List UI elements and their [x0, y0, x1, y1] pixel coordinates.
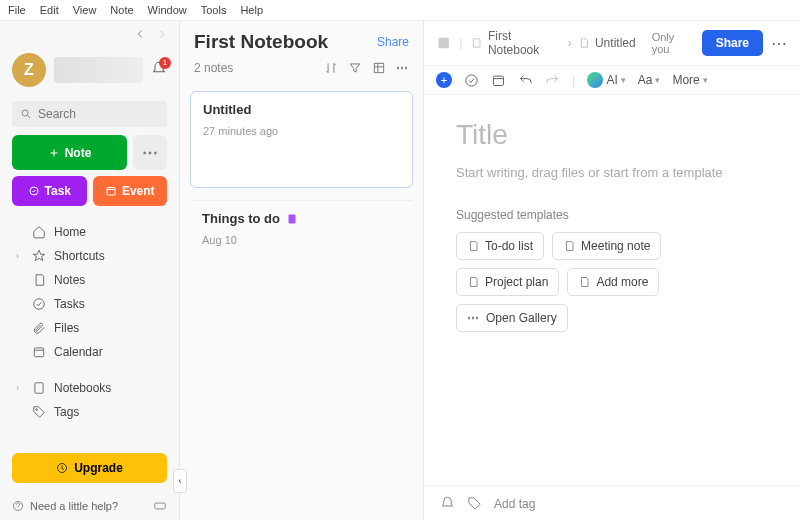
- more-format-button[interactable]: More▾: [672, 73, 707, 87]
- template-chip-meeting[interactable]: Meeting note: [552, 232, 661, 260]
- upgrade-icon: [56, 462, 68, 474]
- template-chip-gallery[interactable]: ⋯Open Gallery: [456, 304, 568, 332]
- sidebar-item-notes[interactable]: Notes: [6, 268, 173, 292]
- notelist-more-button[interactable]: ⋯: [396, 61, 409, 75]
- reminder-icon[interactable]: [440, 496, 455, 511]
- font-label: Aa: [638, 73, 653, 87]
- sort-icon[interactable]: [324, 61, 338, 75]
- svg-rect-13: [473, 39, 480, 47]
- new-more-button[interactable]: ⋯: [133, 135, 167, 170]
- template-chip-project[interactable]: Project plan: [456, 268, 559, 296]
- help-icon: [12, 500, 24, 512]
- new-note-button[interactable]: Note: [12, 135, 127, 170]
- svg-point-6: [36, 409, 38, 411]
- task-icon: [28, 185, 40, 197]
- tag-icon: [32, 405, 46, 419]
- chip-label: Project plan: [485, 275, 548, 289]
- share-button[interactable]: Share: [702, 30, 763, 56]
- editor-more-button[interactable]: ⋯: [771, 34, 788, 53]
- ai-icon: [587, 72, 603, 88]
- profile-name[interactable]: [54, 57, 143, 83]
- sidebar-item-label: Notebooks: [54, 381, 111, 395]
- collapse-sidebar-button[interactable]: ‹: [173, 469, 187, 493]
- home-icon: [32, 225, 46, 239]
- new-task-button[interactable]: Task: [12, 176, 87, 206]
- note-icon: [578, 37, 589, 49]
- more-label: More: [672, 73, 699, 87]
- menu-note[interactable]: Note: [110, 4, 133, 16]
- task-toggle-icon[interactable]: [464, 73, 479, 88]
- dots-icon: ⋯: [467, 311, 480, 325]
- avatar[interactable]: Z: [12, 53, 46, 87]
- view-icon[interactable]: [372, 61, 386, 75]
- filter-icon[interactable]: [348, 61, 362, 75]
- insert-button[interactable]: +: [436, 72, 452, 88]
- visibility-label[interactable]: Only you: [652, 31, 694, 55]
- chip-label: Add more: [596, 275, 648, 289]
- menu-edit[interactable]: Edit: [40, 4, 59, 16]
- help-link[interactable]: Need a little help?: [12, 500, 118, 512]
- forward-icon[interactable]: [155, 27, 169, 41]
- template-chip-addmore[interactable]: Add more: [567, 268, 659, 296]
- sidebar-item-calendar[interactable]: Calendar: [6, 340, 173, 364]
- plus-note-icon: [48, 147, 60, 159]
- note-card-date: Aug 10: [202, 234, 401, 246]
- calendar-insert-icon[interactable]: [491, 73, 506, 88]
- check-icon: [32, 297, 46, 311]
- notebook-title: First Notebook: [194, 31, 328, 53]
- menu-view[interactable]: View: [73, 4, 97, 16]
- expand-icon[interactable]: [436, 35, 451, 51]
- note-icon: [32, 273, 46, 287]
- ai-button[interactable]: AI▾: [587, 72, 625, 88]
- menu-file[interactable]: File: [8, 4, 26, 16]
- notebook-share-link[interactable]: Share: [377, 35, 409, 49]
- svg-rect-12: [439, 38, 449, 48]
- menu-window[interactable]: Window: [148, 4, 187, 16]
- search-input[interactable]: Search: [12, 101, 167, 127]
- new-event-button[interactable]: Event: [93, 176, 168, 206]
- ai-label: AI: [606, 73, 617, 87]
- svg-rect-15: [494, 76, 504, 85]
- back-icon[interactable]: [133, 27, 147, 41]
- svg-rect-2: [107, 188, 115, 196]
- svg-point-0: [22, 110, 28, 116]
- doc-icon: [467, 276, 479, 288]
- suggested-templates-label: Suggested templates: [456, 208, 768, 222]
- svg-rect-10: [374, 63, 383, 72]
- svg-rect-4: [34, 348, 43, 357]
- svg-rect-5: [35, 383, 43, 394]
- sidebar-item-notebooks[interactable]: ›Notebooks: [6, 376, 173, 400]
- sidebar-item-tags[interactable]: Tags: [6, 400, 173, 424]
- search-icon: [20, 108, 32, 120]
- note-card[interactable]: Things to do Aug 10: [190, 200, 413, 256]
- note-card[interactable]: Untitled 27 minutes ago: [190, 91, 413, 188]
- title-input[interactable]: Title: [456, 119, 768, 151]
- redo-icon[interactable]: [545, 73, 560, 88]
- template-chip-todo[interactable]: To-do list: [456, 232, 544, 260]
- keyboard-icon[interactable]: [153, 499, 167, 513]
- body-input[interactable]: Start writing, drag files or start from …: [456, 165, 768, 180]
- svg-point-14: [466, 74, 477, 85]
- chip-label: To-do list: [485, 239, 533, 253]
- breadcrumb[interactable]: First Notebook › Untitled: [471, 29, 636, 57]
- doc-icon: [563, 240, 575, 252]
- event-icon: [105, 185, 117, 197]
- doc-icon: [467, 240, 479, 252]
- help-label: Need a little help?: [30, 500, 118, 512]
- add-tag-icon[interactable]: [467, 496, 482, 511]
- undo-icon[interactable]: [518, 73, 533, 88]
- star-icon: [32, 249, 46, 263]
- sidebar-item-home[interactable]: Home: [6, 220, 173, 244]
- sidebar-item-files[interactable]: Files: [6, 316, 173, 340]
- upgrade-button[interactable]: Upgrade: [12, 453, 167, 483]
- sidebar-item-tasks[interactable]: Tasks: [6, 292, 173, 316]
- upgrade-label: Upgrade: [74, 461, 123, 475]
- add-tag-input[interactable]: Add tag: [494, 497, 535, 511]
- menu-help[interactable]: Help: [240, 4, 263, 16]
- menu-tools[interactable]: Tools: [201, 4, 227, 16]
- notifications-button[interactable]: 1: [151, 61, 167, 80]
- svg-rect-11: [288, 214, 295, 223]
- sidebar-item-shortcuts[interactable]: ›Shortcuts: [6, 244, 173, 268]
- sidebar-item-label: Notes: [54, 273, 85, 287]
- font-button[interactable]: Aa▾: [638, 73, 661, 87]
